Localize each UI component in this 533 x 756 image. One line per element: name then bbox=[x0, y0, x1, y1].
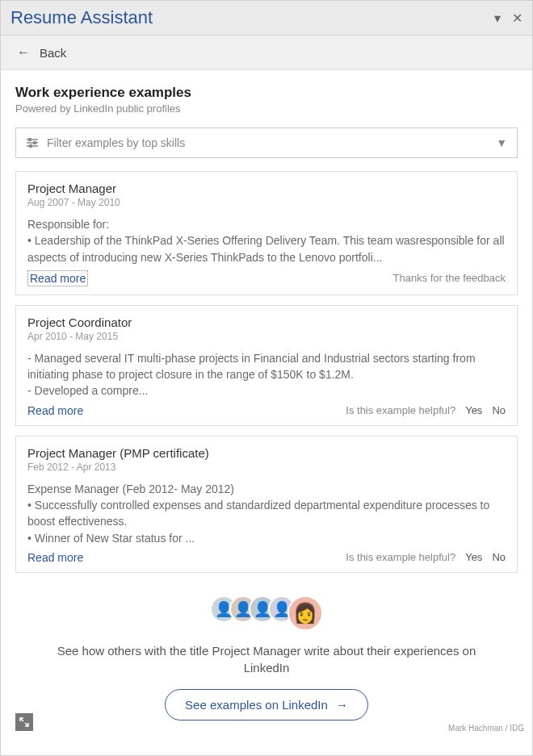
back-label: Back bbox=[40, 46, 66, 60]
content-area: Work experience examples Powered by Link… bbox=[1, 70, 532, 755]
avatar: 👩 bbox=[287, 595, 323, 631]
date-range: Apr 2010 - May 2015 bbox=[27, 331, 506, 342]
feedback-thanks: Thanks for the feedback bbox=[393, 272, 506, 284]
chevron-down-icon[interactable]: ▾ bbox=[494, 10, 501, 26]
feedback-no[interactable]: No bbox=[492, 551, 506, 563]
feedback-prompt: Is this example helpful? bbox=[346, 551, 455, 563]
back-bar[interactable]: ← Back bbox=[1, 36, 532, 70]
back-arrow-icon: ← bbox=[17, 45, 30, 60]
image-credit: Mark Hachman / IDG bbox=[448, 724, 524, 733]
see-on-linkedin-button[interactable]: See examples on LinkedIn → bbox=[165, 689, 368, 720]
chevron-down-icon: ▼ bbox=[496, 136, 507, 149]
svg-point-4 bbox=[34, 142, 36, 144]
linkedin-promo: 👤 👤 👤 👤 👩 See how others with the title … bbox=[15, 583, 518, 729]
read-more-link[interactable]: Read more bbox=[27, 551, 83, 564]
read-more-link[interactable]: Read more bbox=[27, 270, 88, 286]
expand-icon[interactable] bbox=[15, 713, 33, 731]
promo-text: See how others with the title Project Ma… bbox=[40, 642, 493, 676]
job-title: Project Manager (PMP certificate) bbox=[27, 446, 506, 460]
feedback-prompt: Is this example helpful? bbox=[346, 404, 455, 416]
feedback-no[interactable]: No bbox=[492, 404, 506, 416]
titlebar: Resume Assistant ▾ ✕ bbox=[1, 1, 532, 36]
example-card: Project Manager Aug 2007 - May 2010 Resp… bbox=[15, 171, 518, 295]
date-range: Aug 2007 - May 2010 bbox=[27, 197, 506, 208]
job-title: Project Coordinator bbox=[27, 315, 506, 329]
powered-by: Powered by LinkedIn public profiles bbox=[15, 102, 518, 115]
filter-placeholder: Filter examples by top skills bbox=[47, 136, 488, 149]
svg-point-3 bbox=[29, 139, 31, 141]
feedback-yes[interactable]: Yes bbox=[465, 551, 482, 563]
filter-dropdown[interactable]: Filter examples by top skills ▼ bbox=[15, 127, 518, 158]
section-title: Work experience examples bbox=[15, 85, 518, 101]
example-card: Project Coordinator Apr 2010 - May 2015 … bbox=[15, 305, 518, 426]
job-description: Expense Manager (Feb 2012- May 2012) • S… bbox=[27, 481, 506, 546]
feedback-yes[interactable]: Yes bbox=[465, 404, 482, 416]
close-icon[interactable]: ✕ bbox=[512, 10, 523, 26]
date-range: Feb 2012 - Apr 2013 bbox=[27, 462, 506, 473]
avatar-stack: 👤 👤 👤 👤 👩 bbox=[40, 595, 493, 631]
filter-icon bbox=[26, 137, 39, 148]
job-description: Responsible for: • Leadership of the Thi… bbox=[27, 216, 506, 265]
job-title: Project Manager bbox=[27, 182, 506, 195]
svg-point-5 bbox=[30, 145, 32, 148]
panel-title: Resume Assistant bbox=[10, 7, 494, 28]
read-more-link[interactable]: Read more bbox=[27, 404, 83, 417]
example-card: Project Manager (PMP certificate) Feb 20… bbox=[15, 436, 518, 573]
linkedin-button-label: See examples on LinkedIn bbox=[185, 698, 328, 712]
job-description: - Managed several IT multi-phase project… bbox=[27, 350, 506, 399]
resume-assistant-panel: Resume Assistant ▾ ✕ ← Back Work experie… bbox=[0, 0, 533, 756]
arrow-right-icon: → bbox=[336, 698, 348, 712]
